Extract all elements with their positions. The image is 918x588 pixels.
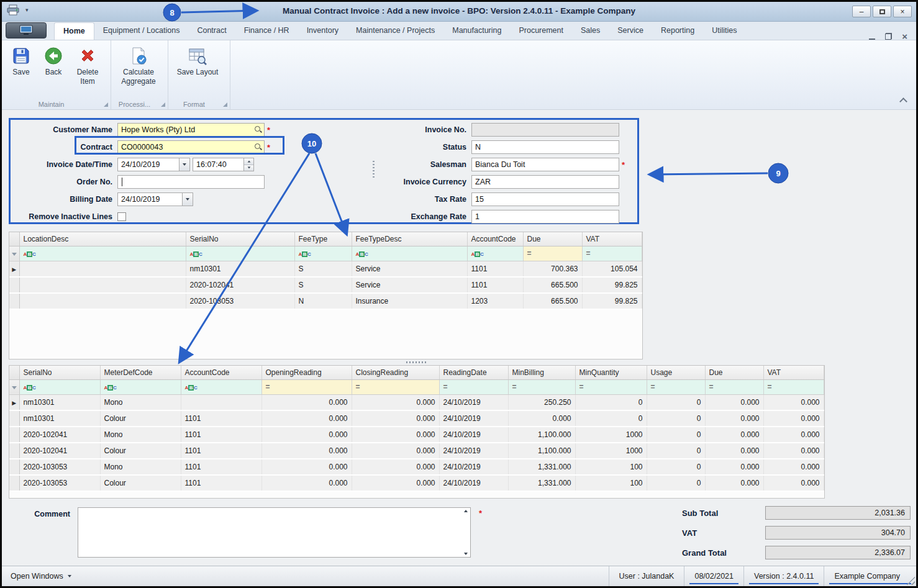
column-header[interactable]: MeterDefCode: [100, 366, 181, 379]
dialog-launcher-icon[interactable]: [161, 102, 165, 107]
cell[interactable]: nm10301: [19, 394, 100, 410]
filter-cell[interactable]: =: [582, 246, 642, 261]
ribbon-tab[interactable]: Service: [609, 22, 652, 40]
grid-row[interactable]: 2020-102041SService1101665.50099.825: [9, 277, 642, 293]
column-header[interactable]: LocationDesc: [19, 232, 186, 246]
billing-date-input[interactable]: 24/10/2019: [117, 192, 193, 206]
filter-cell[interactable]: =: [647, 379, 705, 394]
cell[interactable]: 0.000: [763, 459, 824, 475]
cell[interactable]: 100: [575, 475, 647, 491]
cell[interactable]: Mono: [100, 394, 181, 410]
cell[interactable]: 0.000: [705, 459, 763, 475]
cell[interactable]: 1,331.000: [508, 459, 575, 475]
cell[interactable]: 0.000: [261, 410, 352, 427]
invoice-currency-input[interactable]: [471, 175, 619, 189]
cell[interactable]: 0.000: [763, 427, 824, 443]
cell[interactable]: [19, 261, 186, 277]
cell[interactable]: 0.000: [763, 475, 824, 491]
cell[interactable]: 1203: [467, 293, 523, 309]
cell[interactable]: 0.000: [352, 443, 439, 459]
order-no-input[interactable]: [117, 175, 265, 189]
cell[interactable]: 0: [647, 443, 705, 459]
cell[interactable]: S: [294, 277, 352, 293]
grid-row[interactable]: nm10301Colour11010.0000.00024/10/20190.0…: [9, 410, 824, 427]
exchange-rate-input[interactable]: [471, 210, 619, 224]
column-header[interactable]: ReadingDate: [439, 366, 508, 379]
minimize-button[interactable]: –: [852, 6, 871, 17]
cell[interactable]: 1000: [575, 427, 647, 443]
spinner-up-icon[interactable]: [244, 158, 253, 165]
filter-cell[interactable]: ABC: [186, 246, 294, 261]
cell[interactable]: [19, 293, 186, 309]
maximize-button[interactable]: [873, 6, 891, 17]
cell[interactable]: 0.000: [705, 427, 763, 443]
column-header[interactable]: FeeTypeDesc: [352, 232, 467, 246]
cell[interactable]: 1101: [467, 277, 523, 293]
ribbon-tab[interactable]: Inventory: [298, 22, 347, 40]
grid-row[interactable]: 2020-103053Mono11010.0000.00024/10/20191…: [9, 459, 824, 475]
cell[interactable]: 700.363: [523, 261, 582, 277]
cell[interactable]: 24/10/2019: [439, 427, 508, 443]
cell[interactable]: 2020-103053: [19, 459, 100, 475]
scroll-down-icon[interactable]: [464, 553, 468, 555]
cell[interactable]: 0.000: [705, 410, 763, 427]
cell[interactable]: N: [294, 293, 352, 309]
cell[interactable]: Colour: [100, 443, 181, 459]
cell[interactable]: nm10301: [19, 410, 100, 427]
grid-row[interactable]: ▶nm10301Mono0.0000.00024/10/2019250.2500…: [9, 394, 824, 410]
open-windows-button[interactable]: Open Windows: [2, 566, 80, 586]
cell[interactable]: 0.000: [705, 394, 763, 410]
filter-cell[interactable]: =: [261, 379, 352, 394]
grid-row[interactable]: 2020-102041Colour11010.0000.00024/10/201…: [9, 443, 824, 459]
contract-input[interactable]: [117, 140, 265, 154]
cell[interactable]: 1,331.000: [508, 475, 575, 491]
cell[interactable]: Mono: [100, 459, 181, 475]
cell[interactable]: nm10301: [186, 261, 294, 277]
cell[interactable]: 105.054: [582, 261, 642, 277]
dialog-launcher-icon[interactable]: [223, 102, 227, 107]
cell[interactable]: 0: [647, 410, 705, 427]
ribbon-tab[interactable]: Sales: [572, 22, 609, 40]
filter-cell[interactable]: ABC: [19, 246, 186, 261]
filter-cell[interactable]: =: [763, 379, 824, 394]
lookup-search-icon[interactable]: [254, 143, 262, 151]
grid-row[interactable]: 2020-102041Mono11010.0000.00024/10/20191…: [9, 427, 824, 443]
ribbon-tab[interactable]: Equipment / Locations: [94, 22, 189, 40]
ribbon-tab[interactable]: Finance / HR: [235, 22, 298, 40]
lookup-search-icon[interactable]: [254, 125, 262, 133]
close-button[interactable]: ×: [893, 6, 912, 17]
cell[interactable]: 0.000: [763, 394, 824, 410]
column-header[interactable]: Usage: [647, 366, 705, 379]
remove-inactive-lines-checkbox[interactable]: [117, 212, 126, 221]
grid-row[interactable]: 2020-103053NInsurance1203665.50099.825: [9, 293, 642, 309]
grid-row[interactable]: ▶nm10301SService1101700.363105.054: [9, 261, 642, 277]
spinner-down-icon[interactable]: [244, 165, 253, 171]
cell[interactable]: 250.250: [508, 394, 575, 410]
cell[interactable]: 0.000: [763, 443, 824, 459]
invoice-no-input[interactable]: [471, 123, 619, 137]
column-header[interactable]: FeeType: [294, 232, 352, 246]
cell[interactable]: 0.000: [705, 475, 763, 491]
dialog-launcher-icon[interactable]: [104, 102, 108, 107]
grid-splitter-handle[interactable]: [9, 360, 825, 365]
invoice-time-input[interactable]: 16:07:40: [193, 158, 254, 171]
salesman-input[interactable]: [471, 158, 619, 171]
customer-name-input[interactable]: [117, 123, 265, 137]
cell[interactable]: 2020-103053: [186, 293, 294, 309]
column-header[interactable]: SerialNo: [19, 366, 100, 379]
filter-cell[interactable]: ABC: [181, 379, 261, 394]
cell[interactable]: 1101: [467, 261, 523, 277]
date-dropdown-icon[interactable]: [182, 193, 193, 206]
cell[interactable]: 0.000: [352, 427, 439, 443]
cell[interactable]: 2020-103053: [19, 475, 100, 491]
cell[interactable]: 24/10/2019: [439, 475, 508, 491]
application-button[interactable]: [6, 22, 47, 38]
ribbon-tab[interactable]: Maintenance / Projects: [347, 22, 443, 40]
cell[interactable]: Colour: [100, 410, 181, 427]
cell[interactable]: 0.000: [508, 410, 575, 427]
cell[interactable]: 0.000: [261, 459, 352, 475]
comment-scrollbar[interactable]: [461, 508, 470, 557]
column-header[interactable]: OpeningReading: [261, 366, 352, 379]
cell[interactable]: 1101: [181, 443, 261, 459]
cell[interactable]: 0: [647, 427, 705, 443]
